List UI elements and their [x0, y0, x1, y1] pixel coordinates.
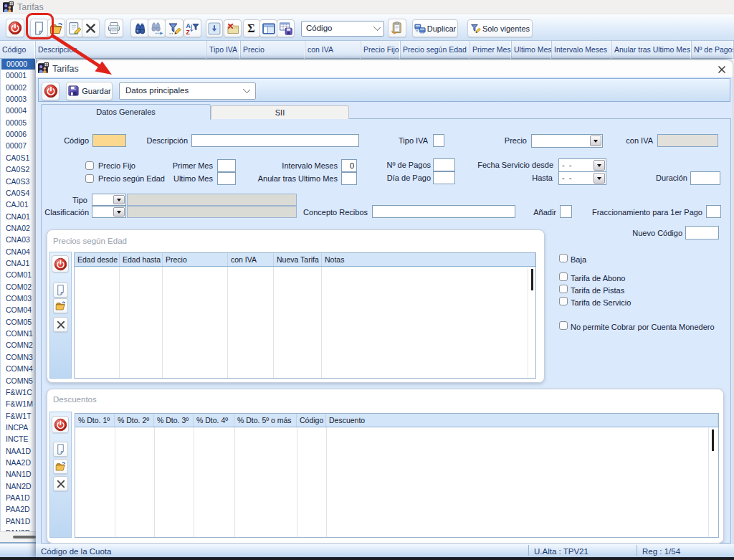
svg-text:Z: Z [186, 28, 190, 34]
svg-text:Σ: Σ [247, 22, 255, 34]
